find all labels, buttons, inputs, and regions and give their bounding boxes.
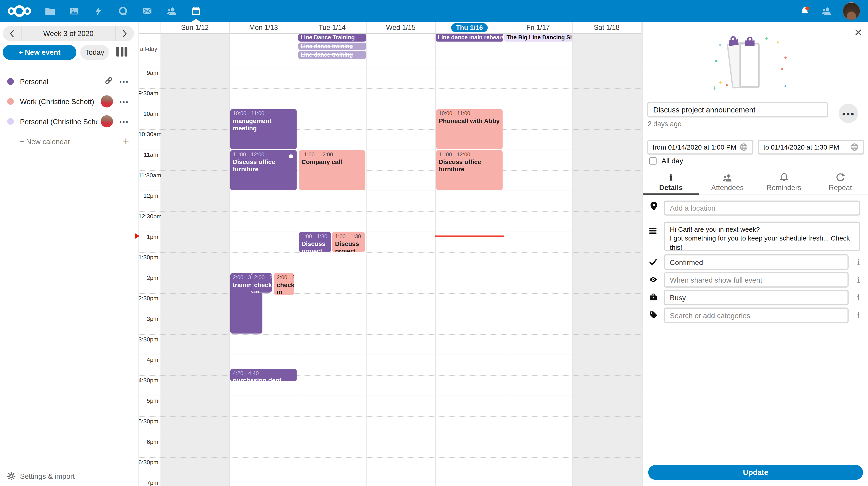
calendar-event[interactable]: 11:00 - 12:00Discuss office furniture (435, 149, 503, 191)
calendar-list-item[interactable]: Personal●●● (0, 72, 138, 91)
mail-app-icon[interactable] (142, 5, 153, 17)
allday-event[interactable]: The Big Line Dancing Show (504, 34, 572, 41)
calendar-name: Personal (20, 77, 49, 86)
event-title: Phonecall with Abby (439, 117, 500, 125)
calendar-list-item[interactable]: Work (Christine Schott)●●● (0, 91, 138, 111)
topbar-right (799, 0, 860, 22)
calendar-event[interactable]: 11:00 - 12:00Discuss office furniture (229, 149, 297, 191)
notifications-bell-icon[interactable] (799, 5, 810, 17)
event-actions-button[interactable]: ●●● (839, 104, 858, 123)
calendar-event[interactable]: 10:00 - 11:00management meeting (229, 109, 297, 149)
event-end-value: to 01/14/2020 at 1:30 PM (763, 143, 839, 151)
grid-line (138, 109, 641, 109)
calendar-event[interactable]: 1:00 - 1:30Discuss project announcement (298, 232, 332, 253)
info-icon: i (855, 293, 862, 302)
calendar-event[interactable]: 10:00 - 11:00Phonecall with Abby (435, 109, 503, 149)
status-field-eye[interactable]: When shared show full event (664, 272, 848, 288)
calendar-app-icon[interactable] (190, 5, 202, 17)
time-label: 11:30am (138, 172, 158, 178)
weekend-shade (572, 33, 641, 64)
status-field-check[interactable]: Confirmed (664, 254, 848, 270)
activity-app-icon[interactable] (93, 5, 104, 17)
time-label: 4:30pm (138, 377, 158, 383)
grid-line (138, 232, 641, 232)
day-header-wed: Wed 1/15 (366, 22, 435, 33)
tab-details[interactable]: iDetails (643, 172, 699, 194)
new-event-button[interactable]: + New event (3, 45, 76, 60)
description-textarea[interactable]: Hi Carl! are you in next week? I got som… (664, 222, 860, 251)
calendar-event[interactable]: 2:00 - 2:30check-in (273, 273, 294, 295)
contacts-app-icon[interactable] (166, 5, 177, 17)
event-time: 1:00 - 1:30 (301, 233, 328, 240)
calendar-item-actions: ●●● (101, 115, 129, 127)
section-border (138, 64, 641, 64)
talk-app-icon[interactable] (117, 5, 128, 17)
column-border (572, 22, 573, 486)
photos-app-icon[interactable] (69, 5, 80, 17)
event-start-field[interactable]: from 01/14/2020 at 1:00 PM (647, 140, 753, 154)
allday-event[interactable]: Line dance training (298, 51, 366, 58)
grid-line (138, 129, 641, 130)
description-icon (649, 226, 657, 236)
previous-week-button[interactable] (3, 26, 21, 41)
update-button[interactable]: Update (648, 465, 863, 480)
event-time: 11:00 - 12:00 (439, 151, 500, 159)
calendar-item-actions: ●●● (104, 76, 129, 87)
today-button[interactable]: Today (80, 45, 109, 60)
calendar-color-dot (7, 78, 14, 85)
all-day-checkbox[interactable] (649, 158, 657, 165)
next-week-button[interactable] (116, 26, 134, 41)
grid-line (138, 293, 641, 294)
grid-line (138, 478, 641, 478)
user-avatar[interactable] (842, 2, 860, 20)
calendar-list-item[interactable]: Personal (Christine Scho…)●●● (0, 111, 138, 131)
tab-reminders[interactable]: Reminders (756, 172, 812, 194)
event-editor-panel: ●●● 2 days ago from 01/14/2020 at 1:00 P… (642, 22, 868, 486)
event-end-field[interactable]: to 01/14/2020 at 1:30 PM (758, 140, 864, 154)
globe-icon (850, 143, 859, 151)
tab-attendees[interactable]: Attendees (699, 172, 756, 194)
allday-event[interactable]: Line dance main rehearsal (436, 34, 503, 41)
nextcloud-logo-icon[interactable] (7, 5, 32, 20)
calendar-event[interactable]: 11:00 - 12:00Company call (298, 149, 366, 191)
status-field-tag[interactable]: Search or add categories (664, 308, 848, 323)
contacts-menu-icon[interactable] (821, 5, 832, 17)
time-label: 3:30pm (138, 336, 158, 342)
app-icon-bar (44, 5, 202, 17)
close-icon[interactable] (854, 28, 863, 37)
event-title-input[interactable] (647, 102, 828, 118)
calendar-menu-icon[interactable]: ●●● (120, 119, 129, 123)
event-title: Discuss project announcement (301, 240, 328, 253)
gear-icon (7, 472, 16, 480)
grid-line (138, 191, 641, 191)
calendar-event[interactable]: 2:00 - 2:30check-in (251, 273, 273, 293)
calendar-menu-icon[interactable]: ●●● (120, 79, 129, 83)
time-label: 7pm (138, 479, 158, 486)
new-calendar-button[interactable]: + New calendar+ (0, 131, 138, 151)
week-label[interactable]: Week 3 of 2020 (21, 26, 116, 41)
time-label: 10:30am (138, 131, 158, 137)
attendees-icon (722, 172, 733, 182)
calendar-list: Personal●●●Work (Christine Schott)●●●Per… (0, 72, 138, 151)
briefcase-icon (649, 293, 657, 303)
view-toggle-button[interactable] (116, 47, 127, 57)
settings-import-button[interactable]: Settings & import (0, 466, 138, 486)
info-icon: i (855, 275, 862, 284)
allday-event[interactable]: Line Dance Training (298, 34, 366, 41)
column-border (504, 22, 504, 486)
allday-event[interactable]: Line dance training (298, 42, 366, 50)
column-border (229, 22, 230, 486)
tab-repeat[interactable]: Repeat (812, 172, 868, 194)
files-app-icon[interactable] (44, 5, 55, 17)
calendar-menu-icon[interactable]: ●●● (120, 99, 129, 104)
time-label: 11am (138, 151, 158, 158)
status-field-briefcase[interactable]: Busy (664, 290, 848, 306)
calendar-event[interactable]: 4:20 - 4:40purchasing dept (229, 368, 297, 382)
grid-line (138, 437, 641, 437)
calendar-event[interactable]: 1:00 - 1:30Discuss project (332, 232, 365, 253)
share-link-icon[interactable] (104, 76, 113, 87)
time-label: 5pm (138, 397, 158, 404)
event-title: Discuss office furniture (439, 159, 500, 173)
location-input[interactable] (664, 201, 860, 216)
event-time: 11:00 - 12:00 (233, 151, 294, 159)
